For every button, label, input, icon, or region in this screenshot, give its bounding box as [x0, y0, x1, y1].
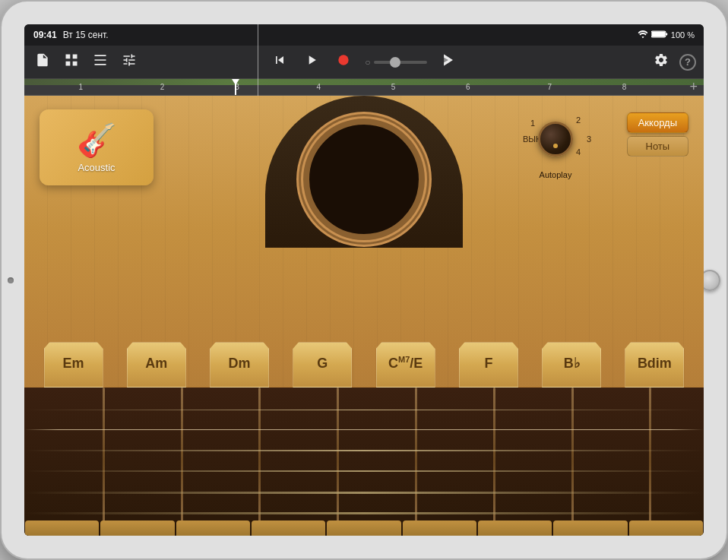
chord-em-shape: Em	[44, 342, 103, 388]
svg-point-3	[339, 55, 349, 65]
autoplay-pos-4: 4	[576, 147, 581, 157]
string-2	[24, 429, 704, 430]
rewind-button[interactable]	[269, 49, 290, 74]
chord-buttons-row: Em Am Dm G	[24, 342, 704, 388]
chord-dm-label: Dm	[229, 356, 251, 372]
instrument-tile[interactable]: 🎸 Acoustic	[40, 109, 154, 185]
chord-button-dm[interactable]: Dm	[210, 342, 269, 388]
fret-cap-3	[176, 520, 250, 536]
chord-bb-shape: B♭	[542, 342, 601, 388]
wifi-icon	[638, 30, 648, 40]
soundhole-circle	[303, 119, 425, 240]
soundhole	[250, 96, 478, 248]
svg-rect-2	[666, 33, 667, 35]
fret-cap-5	[327, 520, 400, 536]
new-song-button[interactable]	[32, 49, 53, 74]
chord-dm-shape: Dm	[210, 342, 269, 388]
ruler-number-1: 1	[79, 83, 84, 91]
settings-button[interactable]	[650, 49, 672, 74]
fret-cap-1	[25, 520, 99, 536]
autoplay-pos-1: 1	[530, 119, 535, 128]
add-track-button[interactable]: +	[689, 79, 698, 95]
chord-am-shape: Am	[127, 342, 186, 388]
autoplay-pos-3: 3	[587, 134, 591, 144]
autoplay-label: Autoplay	[540, 170, 572, 179]
chord-g-label: G	[317, 356, 328, 372]
battery-percent: 100 %	[671, 30, 695, 40]
chord-button-cm7e[interactable]: CM7/E	[376, 342, 435, 388]
chord-button-bb[interactable]: B♭	[542, 342, 601, 388]
battery-icon	[651, 30, 668, 40]
fret-bottom-shapes	[24, 513, 704, 536]
autoplay-knob[interactable]	[538, 122, 573, 157]
metronome-button[interactable]	[438, 49, 459, 74]
list-view-button[interactable]	[90, 49, 111, 74]
ruler-number-8: 8	[622, 83, 627, 91]
autoplay-knob-wrapper: 1 2 4 ВЫК. 3	[529, 112, 582, 166]
chord-cm7e-label: CM7/E	[388, 355, 423, 372]
knob-indicator	[553, 144, 558, 148]
chord-em-label: Em	[63, 356, 84, 372]
ruler-number-7: 7	[547, 83, 552, 91]
tracks-view-button[interactable]	[61, 49, 82, 74]
chord-button-em[interactable]: Em	[44, 342, 103, 388]
chord-am-label: Am	[145, 356, 167, 372]
fretboard[interactable]	[24, 388, 704, 536]
help-button[interactable]: ?	[679, 54, 696, 71]
mixer-button[interactable]	[119, 49, 140, 74]
guitar-main-content: 🎸 Acoustic 1 2 4 ВЫК.	[24, 96, 704, 536]
volume-thumb[interactable]	[390, 57, 400, 68]
status-bar: 09:41 Вт 15 сент. 100 %	[24, 24, 704, 46]
chord-f-shape: F	[459, 342, 518, 388]
status-icons: 100 %	[638, 30, 695, 40]
side-dot	[8, 277, 14, 283]
record-button[interactable]	[333, 49, 354, 74]
chord-button-am[interactable]: Am	[127, 342, 186, 388]
status-time: 09:41	[33, 30, 57, 40]
soundhole-arch	[265, 96, 463, 248]
toolbar-right: ?	[475, 49, 696, 74]
chord-bb-label: B♭	[564, 355, 580, 372]
volume-slider[interactable]: ○	[365, 57, 426, 68]
string-5	[24, 492, 704, 494]
notes-mode-button[interactable]: Ноты	[627, 136, 688, 157]
string-1	[24, 410, 704, 410]
chord-button-g[interactable]: G	[293, 342, 352, 388]
timeline-ruler: 1 2 3 4 5 6 7 8 +	[24, 79, 704, 96]
ruler-number-5: 5	[391, 83, 396, 91]
chord-cm7e-shape: CM7/E	[376, 342, 435, 388]
chord-button-f[interactable]: F	[459, 342, 518, 388]
chord-bdim-label: Bdim	[638, 356, 672, 372]
ipad-device: 09:41 Вт 15 сент. 100 %	[0, 0, 728, 560]
status-date: Вт 15 сент.	[63, 30, 109, 40]
instrument-name: Acoustic	[78, 162, 115, 173]
autoplay-pos-2: 2	[576, 115, 581, 125]
volume-min-icon: ○	[365, 57, 370, 68]
fret-cap-2	[100, 520, 174, 536]
playhead	[235, 79, 236, 95]
ruler-number-4: 4	[316, 83, 321, 91]
fret-cap-4	[252, 520, 325, 536]
toolbar-center: ○	[253, 49, 474, 74]
guitar-icon: 🎸	[77, 122, 116, 159]
string-3	[24, 450, 704, 451]
toolbar: ○	[24, 46, 704, 79]
screen: 09:41 Вт 15 сент. 100 %	[24, 24, 704, 536]
chords-mode-button[interactable]: Аккорды	[627, 112, 688, 133]
playhead-triangle	[232, 79, 239, 85]
fret-cap-8	[553, 520, 627, 536]
chord-f-label: F	[484, 356, 492, 372]
ruler-number-6: 6	[466, 83, 470, 91]
chord-button-bdim[interactable]: Bdim	[625, 342, 684, 388]
string-4	[24, 470, 704, 472]
svg-rect-1	[652, 32, 665, 36]
ruler-number-2: 2	[160, 83, 165, 91]
fret-cap-6	[403, 520, 476, 536]
fret-cap-9	[629, 520, 703, 536]
autoplay-area: 1 2 4 ВЫК. 3 Autoplay	[529, 112, 582, 179]
chord-bdim-shape: Bdim	[625, 342, 684, 388]
toolbar-left	[32, 49, 253, 74]
fret-cap-7	[478, 520, 552, 536]
mode-buttons: Аккорды Ноты	[627, 112, 688, 157]
play-button[interactable]	[301, 49, 322, 74]
